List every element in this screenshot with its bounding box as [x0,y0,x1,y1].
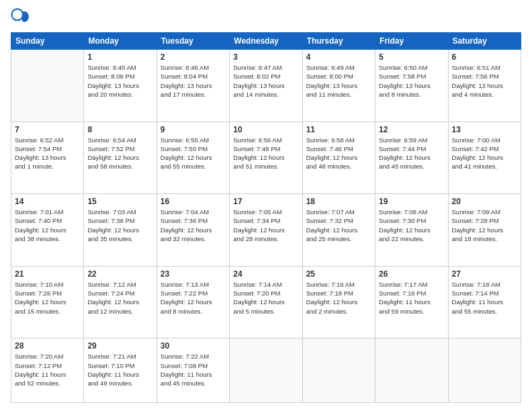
calendar-cell [375,338,448,403]
day-info: Sunrise: 6:54 AMSunset: 7:52 PMDaylight:… [87,136,152,171]
header [11,8,521,27]
calendar-cell: 25Sunrise: 7:16 AMSunset: 7:18 PMDayligh… [302,266,375,338]
page: SundayMondayTuesdayWednesdayThursdayFrid… [0,0,532,411]
day-number: 21 [15,269,80,279]
day-info: Sunrise: 7:03 AMSunset: 7:38 PMDaylight:… [87,208,152,243]
day-info: Sunrise: 7:01 AMSunset: 7:40 PMDaylight:… [15,208,80,243]
weekday-header-monday: Monday [84,33,157,50]
calendar-cell: 20Sunrise: 7:09 AMSunset: 7:28 PMDayligh… [448,194,521,267]
calendar-cell: 29Sunrise: 7:21 AMSunset: 7:10 PMDayligh… [84,338,157,403]
day-info: Sunrise: 6:50 AMSunset: 7:58 PMDaylight:… [379,63,444,99]
day-number: 15 [87,197,152,206]
calendar-cell: 7Sunrise: 6:52 AMSunset: 7:54 PMDaylight… [11,122,84,194]
calendar-cell: 5Sunrise: 6:50 AMSunset: 7:58 PMDaylight… [375,50,448,122]
day-info: Sunrise: 6:49 AMSunset: 8:00 PMDaylight:… [306,63,371,99]
day-number: 18 [306,197,371,206]
calendar-cell: 13Sunrise: 7:00 AMSunset: 7:42 PMDayligh… [448,122,521,194]
day-info: Sunrise: 6:58 AMSunset: 7:46 PMDaylight:… [306,136,371,171]
day-info: Sunrise: 7:17 AMSunset: 7:16 PMDaylight:… [379,280,444,316]
day-number: 3 [233,52,298,62]
day-info: Sunrise: 7:12 AMSunset: 7:24 PMDaylight:… [87,280,152,316]
day-number: 19 [379,197,444,206]
weekday-header-saturday: Saturday [448,33,521,50]
day-info: Sunrise: 6:52 AMSunset: 7:54 PMDaylight:… [15,136,80,171]
day-number: 23 [161,269,226,279]
day-number: 13 [452,125,517,134]
calendar-cell: 15Sunrise: 7:03 AMSunset: 7:38 PMDayligh… [84,194,157,267]
weekday-header-row: SundayMondayTuesdayWednesdayThursdayFrid… [11,33,521,50]
calendar-cell [230,338,302,403]
day-number: 2 [161,52,226,62]
week-row-4: 21Sunrise: 7:10 AMSunset: 7:26 PMDayligh… [11,266,521,338]
day-info: Sunrise: 6:45 AMSunset: 8:06 PMDaylight:… [87,63,152,99]
day-info: Sunrise: 7:18 AMSunset: 7:14 PMDaylight:… [452,280,517,316]
calendar-cell: 14Sunrise: 7:01 AMSunset: 7:40 PMDayligh… [11,194,84,267]
day-info: Sunrise: 6:55 AMSunset: 7:50 PMDaylight:… [161,136,226,171]
calendar-cell: 26Sunrise: 7:17 AMSunset: 7:16 PMDayligh… [375,266,448,338]
week-row-1: 1Sunrise: 6:45 AMSunset: 8:06 PMDaylight… [11,50,521,122]
weekday-header-wednesday: Wednesday [230,33,302,50]
day-number: 5 [379,52,444,62]
day-number: 27 [452,269,517,279]
day-info: Sunrise: 7:07 AMSunset: 7:32 PMDaylight:… [306,208,371,243]
day-number: 20 [452,197,517,206]
calendar-cell: 9Sunrise: 6:55 AMSunset: 7:50 PMDaylight… [157,122,229,194]
day-info: Sunrise: 7:13 AMSunset: 7:22 PMDaylight:… [161,280,226,316]
day-number: 22 [87,269,152,279]
day-number: 28 [15,341,80,351]
calendar-cell: 1Sunrise: 6:45 AMSunset: 8:06 PMDaylight… [84,50,157,122]
day-number: 30 [161,341,226,351]
day-number: 4 [306,52,371,62]
day-number: 9 [161,125,226,134]
logo [11,8,32,27]
calendar-cell: 16Sunrise: 7:04 AMSunset: 7:36 PMDayligh… [157,194,229,267]
calendar-cell: 6Sunrise: 6:51 AMSunset: 7:56 PMDaylight… [448,50,521,122]
calendar-cell: 22Sunrise: 7:12 AMSunset: 7:24 PMDayligh… [84,266,157,338]
day-number: 11 [306,125,371,134]
day-info: Sunrise: 7:21 AMSunset: 7:10 PMDaylight:… [87,352,152,387]
calendar-cell: 11Sunrise: 6:58 AMSunset: 7:46 PMDayligh… [302,122,375,194]
weekday-header-sunday: Sunday [11,33,84,50]
day-number: 10 [233,125,298,134]
calendar-cell: 19Sunrise: 7:08 AMSunset: 7:30 PMDayligh… [375,194,448,267]
day-number: 7 [15,125,80,134]
calendar-cell: 12Sunrise: 6:59 AMSunset: 7:44 PMDayligh… [375,122,448,194]
day-info: Sunrise: 7:14 AMSunset: 7:20 PMDaylight:… [233,280,298,316]
week-row-3: 14Sunrise: 7:01 AMSunset: 7:40 PMDayligh… [11,194,521,267]
day-number: 17 [233,197,298,206]
day-info: Sunrise: 7:20 AMSunset: 7:12 PMDaylight:… [15,352,80,387]
day-info: Sunrise: 7:05 AMSunset: 7:34 PMDaylight:… [233,208,298,243]
svg-point-0 [11,9,23,20]
calendar-cell [302,338,375,403]
logo-icon [11,8,30,27]
weekday-header-friday: Friday [375,33,448,50]
day-number: 24 [233,269,298,279]
day-info: Sunrise: 6:51 AMSunset: 7:56 PMDaylight:… [452,63,517,99]
day-info: Sunrise: 7:04 AMSunset: 7:36 PMDaylight:… [161,208,226,243]
day-number: 1 [87,52,152,62]
calendar-cell: 30Sunrise: 7:22 AMSunset: 7:08 PMDayligh… [157,338,229,403]
day-info: Sunrise: 7:22 AMSunset: 7:08 PMDaylight:… [161,352,226,387]
calendar-cell: 27Sunrise: 7:18 AMSunset: 7:14 PMDayligh… [448,266,521,338]
week-row-2: 7Sunrise: 6:52 AMSunset: 7:54 PMDaylight… [11,122,521,194]
calendar-table: SundayMondayTuesdayWednesdayThursdayFrid… [11,32,521,403]
calendar-cell: 4Sunrise: 6:49 AMSunset: 8:00 PMDaylight… [302,50,375,122]
calendar-cell: 23Sunrise: 7:13 AMSunset: 7:22 PMDayligh… [157,266,229,338]
calendar-cell: 8Sunrise: 6:54 AMSunset: 7:52 PMDaylight… [84,122,157,194]
day-info: Sunrise: 7:09 AMSunset: 7:28 PMDaylight:… [452,208,517,243]
day-number: 12 [379,125,444,134]
calendar-cell: 18Sunrise: 7:07 AMSunset: 7:32 PMDayligh… [302,194,375,267]
calendar-cell: 3Sunrise: 6:47 AMSunset: 8:02 PMDaylight… [230,50,302,122]
day-info: Sunrise: 7:16 AMSunset: 7:18 PMDaylight:… [306,280,371,316]
calendar-cell: 10Sunrise: 6:56 AMSunset: 7:48 PMDayligh… [230,122,302,194]
day-info: Sunrise: 7:10 AMSunset: 7:26 PMDaylight:… [15,280,80,316]
weekday-header-tuesday: Tuesday [157,33,229,50]
day-info: Sunrise: 6:47 AMSunset: 8:02 PMDaylight:… [233,63,298,99]
day-info: Sunrise: 6:46 AMSunset: 8:04 PMDaylight:… [161,63,226,99]
day-number: 6 [452,52,517,62]
day-number: 8 [87,125,152,134]
week-row-5: 28Sunrise: 7:20 AMSunset: 7:12 PMDayligh… [11,338,521,403]
day-number: 25 [306,269,371,279]
day-info: Sunrise: 6:59 AMSunset: 7:44 PMDaylight:… [379,136,444,171]
day-info: Sunrise: 7:08 AMSunset: 7:30 PMDaylight:… [379,208,444,243]
